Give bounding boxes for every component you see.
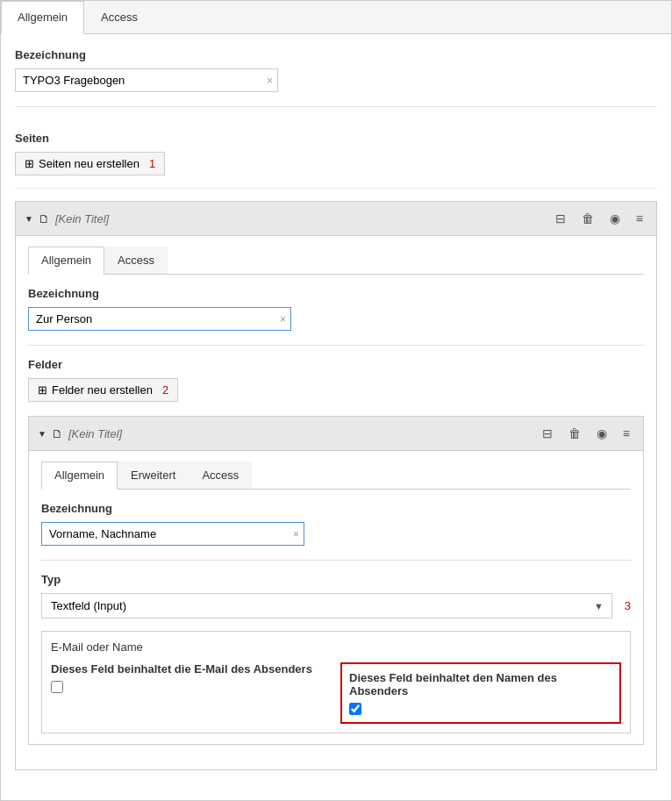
email-name-title: E-Mail oder Name: [51, 640, 621, 654]
bezeichnung-label-top: Bezeichnung: [15, 48, 657, 61]
email-col-2-label: Dieses Feld beinhaltet den Namen des Abs…: [349, 671, 612, 697]
seiten-badge: 1: [149, 157, 155, 170]
inner-tabs-2: Allgemein Erweitert Access: [41, 461, 631, 490]
typ-label: Typ: [41, 573, 631, 586]
inner-tab-allgemein-2[interactable]: Allgemein: [41, 461, 118, 490]
inner-tab-erweitert-2[interactable]: Erweitert: [118, 461, 189, 489]
main-content: Bezeichnung × Seiten ⊞ Seiten neu erstel…: [1, 34, 671, 798]
create-field-icon: ⊞: [38, 383, 47, 397]
bezeichnung-group-1: Bezeichnung ×: [28, 287, 644, 331]
inner-tab-allgemein-1[interactable]: Allgemein: [28, 247, 104, 275]
felder-neu-erstellen-button[interactable]: ⊞ Felder neu erstellen 2: [28, 378, 178, 402]
page-icon-1: 🗋: [39, 212, 50, 225]
section-header-right-1: ⊟ 🗑 ◉ ≡: [551, 209, 647, 228]
section-card-2: ▼ 🗋 [Kein Titel] ⊟ 🗑 ◉ ≡: [28, 416, 644, 745]
email-name-section: E-Mail oder Name Dieses Feld beinhaltet …: [41, 631, 631, 733]
inner-tab-access-2[interactable]: Access: [189, 461, 252, 489]
bezeichnung-group-2: Bezeichnung ×: [41, 502, 631, 546]
create-page-icon: ⊞: [25, 157, 34, 170]
inner-tab-access-1[interactable]: Access: [104, 247, 168, 274]
email-name-grid: Dieses Feld beinhaltet die E-Mail des Ab…: [51, 662, 621, 724]
bezeichnung-input-wrapper-2: ×: [41, 522, 304, 546]
inner-tabs-1: Allgemein Access: [28, 247, 644, 275]
typ-badge: 3: [625, 599, 631, 612]
seiten-section: Seiten ⊞ Seiten neu erstellen 1: [15, 119, 657, 189]
email-col-1-checkbox-wrapper: [51, 681, 332, 693]
menu-icon-2[interactable]: ≡: [618, 424, 634, 443]
menu-icon-1[interactable]: ≡: [632, 209, 647, 228]
bezeichnung-input-wrapper-1: ×: [28, 307, 291, 331]
delete-icon-1[interactable]: 🗑: [577, 209, 598, 228]
seiten-btn-label: Seiten neu erstellen: [39, 157, 139, 170]
tab-allgemein-top[interactable]: Allgemein: [1, 1, 84, 34]
section-card-1: ▼ 🗋 [Kein Titel] ⊟ 🗑 ◉ ≡ Allgemein: [15, 201, 657, 770]
bezeichnung-input-1[interactable]: [28, 307, 291, 331]
bezeichnung-clear-2[interactable]: ×: [293, 529, 299, 540]
felder-btn-label: Felder neu erstellen: [52, 383, 153, 397]
bezeichnung-label-1: Bezeichnung: [28, 287, 644, 300]
felder-badge: 2: [162, 383, 168, 397]
bezeichnung-input-wrapper-top: ×: [15, 68, 278, 92]
delete-icon-2[interactable]: 🗑: [564, 424, 585, 443]
section-title-1: [Kein Titel]: [55, 212, 109, 225]
eye-icon-2[interactable]: ◉: [592, 424, 611, 443]
typ-select-wrapper: Textfeld (Input) ▼: [41, 593, 612, 619]
copy-icon-1[interactable]: ⊟: [551, 209, 570, 228]
email-col-1-label: Dieses Feld beinhaltet die E-Mail des Ab…: [51, 662, 332, 676]
section-title-2: [Kein Titel]: [68, 427, 122, 440]
section-header-2: ▼ 🗋 [Kein Titel] ⊟ 🗑 ◉ ≡: [29, 417, 643, 451]
section-header-left-2: ▼ 🗋 [Kein Titel]: [38, 427, 122, 440]
arrow-icon-1[interactable]: ▼: [25, 214, 33, 224]
email-col-2: Dieses Feld beinhaltet den Namen des Abs…: [340, 662, 621, 724]
bezeichnung-input-top[interactable]: [15, 68, 278, 92]
divider-2: [28, 345, 644, 346]
typ-select[interactable]: Textfeld (Input): [41, 593, 612, 619]
section-body-2: Allgemein Erweitert Access Bezeichnung: [29, 451, 643, 744]
main-container: Allgemein Access Bezeichnung × Seiten ⊞ …: [0, 0, 672, 801]
section-header-left-1: ▼ 🗋 [Kein Titel]: [25, 212, 109, 225]
email-col-1: Dieses Feld beinhaltet die E-Mail des Ab…: [51, 662, 332, 724]
felder-label: Felder: [28, 358, 644, 371]
email-col-2-checkbox-wrapper: [349, 703, 612, 715]
seiten-neu-erstellen-button[interactable]: ⊞ Seiten neu erstellen 1: [15, 152, 165, 175]
section-header-1: ▼ 🗋 [Kein Titel] ⊟ 🗑 ◉ ≡: [16, 202, 656, 236]
typ-section: Typ Textfeld (Input) ▼ 3: [41, 573, 631, 619]
section-header-right-2: ⊟ 🗑 ◉ ≡: [538, 424, 634, 443]
page-icon-2: 🗋: [52, 427, 63, 440]
felder-group: Felder ⊞ Felder neu erstellen 2: [28, 358, 644, 402]
divider-1: [15, 106, 657, 107]
eye-icon-1[interactable]: ◉: [605, 209, 625, 228]
copy-icon-2[interactable]: ⊟: [538, 424, 557, 443]
bezeichnung-label-2: Bezeichnung: [41, 502, 631, 515]
divider-3: [41, 560, 631, 561]
email-checkbox[interactable]: [51, 681, 63, 693]
bezeichnung-clear-1[interactable]: ×: [280, 314, 286, 325]
seiten-label: Seiten: [15, 132, 657, 145]
top-tabs: Allgemein Access: [1, 1, 671, 34]
bezeichnung-clear-top[interactable]: ×: [267, 75, 273, 86]
bezeichnung-group-top: Bezeichnung ×: [15, 48, 657, 92]
name-checkbox[interactable]: [349, 703, 361, 715]
bezeichnung-input-2[interactable]: [41, 522, 304, 546]
section-body-1: Allgemein Access Bezeichnung ×: [16, 236, 656, 769]
tab-access-top[interactable]: Access: [84, 1, 154, 33]
arrow-icon-2[interactable]: ▼: [38, 429, 46, 439]
